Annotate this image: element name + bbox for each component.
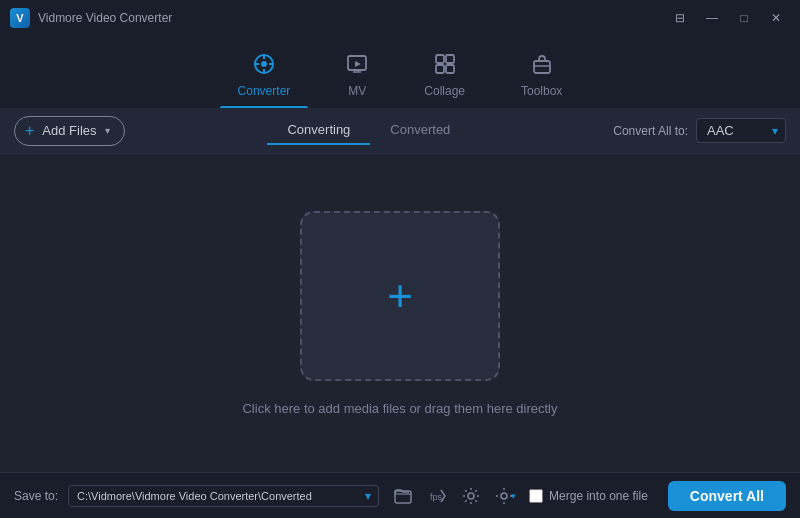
convert-all-to-label: Convert All to: (613, 124, 688, 138)
chat-button[interactable]: ⊟ (666, 6, 694, 30)
mv-icon (346, 53, 368, 80)
more-settings-button[interactable]: ▾ (491, 482, 519, 510)
dropdown-arrow-icon: ▾ (105, 125, 110, 136)
toolbar-center: Converting Converted (267, 116, 470, 145)
bottom-icons: fps ▾ (389, 482, 519, 510)
svg-rect-14 (395, 491, 411, 503)
tab-converter[interactable]: Converter (210, 45, 319, 108)
toolbar: + Add Files ▾ Converting Converted Conve… (0, 108, 800, 154)
format-select-wrapper[interactable]: AAC MP3 MP4 AVI MKV MOV WAV FLAC (696, 118, 786, 143)
svg-point-1 (261, 61, 267, 67)
add-media-icon: + (387, 274, 413, 318)
toolbox-icon (531, 53, 553, 80)
sub-tab-converting[interactable]: Converting (267, 116, 370, 145)
toolbar-right: Convert All to: AAC MP3 MP4 AVI MKV MOV … (613, 118, 786, 143)
drop-zone[interactable]: + (300, 211, 500, 381)
svg-point-17 (501, 493, 507, 499)
tab-mv-label: MV (348, 84, 366, 98)
app-icon: V (10, 8, 30, 28)
collage-icon (434, 53, 456, 80)
format-select[interactable]: AAC MP3 MP4 AVI MKV MOV WAV FLAC (696, 118, 786, 143)
app-title: Vidmore Video Converter (38, 11, 172, 25)
tab-collage-label: Collage (424, 84, 465, 98)
title-bar-left: V Vidmore Video Converter (10, 8, 172, 28)
settings-gear-button[interactable] (457, 482, 485, 510)
svg-rect-8 (436, 55, 444, 63)
tab-mv[interactable]: MV (318, 45, 396, 108)
tab-toolbox[interactable]: Toolbox (493, 45, 590, 108)
merge-checkbox-area: Merge into one file (529, 489, 648, 503)
save-path-wrapper[interactable] (68, 485, 379, 507)
bottom-bar: Save to: fps (0, 472, 800, 518)
svg-rect-9 (446, 55, 454, 63)
merge-checkbox[interactable] (529, 489, 543, 503)
add-files-button[interactable]: + Add Files ▾ (14, 116, 125, 146)
merge-label[interactable]: Merge into one file (549, 489, 648, 503)
tab-toolbox-label: Toolbox (521, 84, 562, 98)
save-path-input[interactable] (68, 485, 379, 507)
tab-collage[interactable]: Collage (396, 45, 493, 108)
svg-point-16 (468, 493, 474, 499)
tab-converter-label: Converter (238, 84, 291, 98)
save-to-label: Save to: (14, 489, 58, 503)
folder-browse-button[interactable] (389, 482, 417, 510)
svg-rect-12 (534, 61, 550, 73)
close-button[interactable]: ✕ (762, 6, 790, 30)
drop-hint: Click here to add media files or drag th… (242, 401, 557, 416)
minimize-button[interactable]: — (698, 6, 726, 30)
svg-rect-11 (446, 65, 454, 73)
sub-tab-converted[interactable]: Converted (370, 116, 470, 145)
window-controls: ⊟ — □ ✕ (666, 6, 790, 30)
convert-all-button[interactable]: Convert All (668, 481, 786, 511)
converter-icon (253, 53, 275, 80)
toolbar-left: + Add Files ▾ (14, 116, 125, 146)
settings-fps-button[interactable]: fps (423, 482, 451, 510)
svg-text:fps: fps (430, 492, 443, 502)
nav-tabs: Converter MV Collage (0, 36, 800, 108)
main-content: + Click here to add media files or drag … (0, 154, 800, 472)
add-files-label: Add Files (42, 123, 96, 138)
maximize-button[interactable]: □ (730, 6, 758, 30)
plus-icon: + (25, 122, 34, 140)
svg-rect-10 (436, 65, 444, 73)
title-bar: V Vidmore Video Converter ⊟ — □ ✕ (0, 0, 800, 36)
